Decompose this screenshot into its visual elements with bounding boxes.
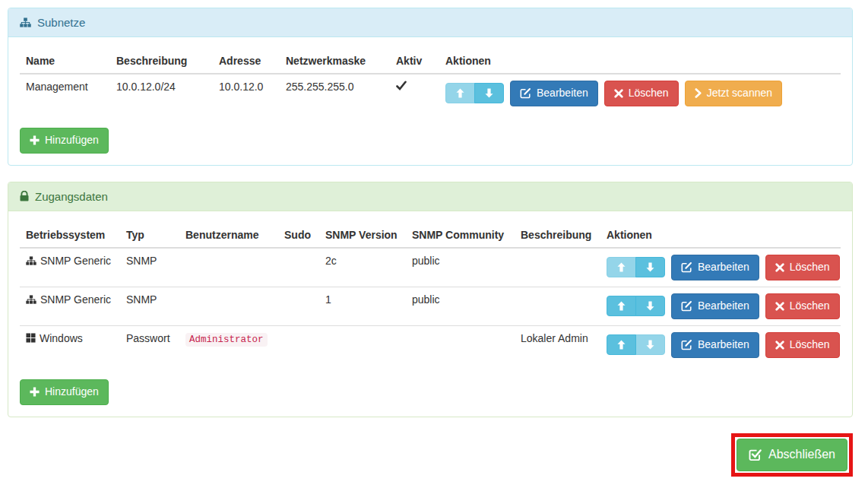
credential-snmp-community-cell: public: [406, 248, 515, 287]
credential-description-cell: [515, 287, 600, 325]
credential-edit-label: Bearbeiten: [698, 299, 749, 314]
credential-delete-button[interactable]: Löschen: [765, 255, 840, 280]
windows-icon: [26, 333, 36, 345]
credential-move-down-button[interactable]: [635, 257, 665, 277]
subnet-move-down-button[interactable]: [474, 83, 504, 103]
highlight-box: Abschließen: [731, 433, 853, 477]
credential-add-button[interactable]: Hinzufügen: [20, 379, 109, 405]
subnet-add-label: Hinzufügen: [45, 133, 99, 148]
credentials-col-username: Benutzername: [179, 223, 278, 248]
subnets-col-address: Adresse: [213, 49, 280, 74]
subnets-col-active: Aktiv: [390, 49, 439, 74]
credential-snmp-version-cell: [319, 325, 406, 363]
sitemap-icon: [26, 294, 36, 306]
subnets-panel-body: Name Beschreibung Adresse Netzwerkmaske …: [8, 37, 852, 165]
arrow-down-icon: [485, 88, 493, 98]
credential-move-up-button[interactable]: [607, 334, 636, 355]
credentials-panel: Zugangsdaten Betriebssystem Typ Benutzer…: [8, 182, 853, 417]
edit-square-icon: [681, 261, 692, 273]
credential-delete-label: Löschen: [790, 260, 830, 275]
arrow-down-icon: [646, 340, 654, 350]
credential-os-label: Windows: [40, 332, 83, 344]
subnet-delete-button[interactable]: Löschen: [604, 81, 679, 106]
credential-edit-label: Bearbeiten: [698, 260, 749, 275]
sitemap-icon: [26, 255, 36, 268]
credential-snmp-community-cell: public: [406, 287, 515, 325]
credential-edit-label: Bearbeiten: [698, 337, 749, 353]
x-icon: [614, 89, 623, 98]
credential-description-cell: Lokaler Admin: [515, 325, 600, 363]
credential-delete-button[interactable]: Löschen: [765, 293, 840, 319]
credential-description-cell: [515, 248, 600, 287]
credential-move-up-button[interactable]: [607, 296, 636, 316]
subnets-col-name: Name: [20, 49, 110, 74]
credentials-col-sudo: Sudo: [278, 223, 319, 248]
finish-button[interactable]: Abschließen: [737, 439, 847, 471]
subnet-description-cell: 10.0.12.0/24: [110, 74, 213, 112]
arrow-up-icon: [617, 262, 626, 272]
credentials-table: Betriebssystem Typ Benutzername Sudo SNM…: [20, 223, 841, 364]
subnet-active-cell: [390, 74, 439, 112]
credential-move-down-button[interactable]: [635, 334, 665, 355]
subnet-name-cell: Management: [20, 74, 110, 112]
subnet-add-button[interactable]: Hinzufügen: [20, 128, 109, 154]
credential-move-down-button[interactable]: [635, 296, 665, 316]
page-container: Subnetze Name Beschreibung Adresse Netzw…: [0, 0, 860, 484]
credentials-panel-title: Zugangsdaten: [35, 190, 108, 203]
credentials-col-os: Betriebssystem: [20, 223, 120, 248]
plus-icon: [30, 135, 40, 145]
credential-username-cell: [179, 248, 278, 287]
credential-edit-button[interactable]: Bearbeiten: [671, 332, 759, 358]
credential-row: SNMP Generic SNMP 2c public: [20, 248, 841, 287]
x-icon: [775, 263, 784, 272]
chevron-right-icon: [695, 88, 702, 98]
subnet-move-group: [445, 83, 504, 103]
credential-os-cell: SNMP Generic: [20, 287, 120, 325]
credential-username-cell: Administrator: [179, 325, 278, 363]
credential-os-label: SNMP Generic: [40, 293, 111, 306]
arrow-down-icon: [646, 301, 654, 311]
arrow-down-icon: [646, 262, 654, 272]
credential-edit-button[interactable]: Bearbeiten: [671, 293, 759, 319]
subnets-col-actions: Aktionen: [439, 49, 841, 74]
edit-square-icon: [681, 300, 692, 312]
arrow-up-icon: [617, 301, 626, 311]
subnets-table: Name Beschreibung Adresse Netzwerkmaske …: [20, 49, 841, 112]
subnet-delete-label: Löschen: [629, 86, 669, 101]
subnet-edit-button[interactable]: Bearbeiten: [510, 81, 598, 106]
credentials-col-description: Beschreibung: [515, 223, 600, 248]
credential-type-cell: SNMP: [120, 287, 179, 325]
credential-add-label: Hinzufügen: [45, 385, 99, 400]
credential-username-cell: [179, 287, 278, 325]
credential-sudo-cell: [278, 325, 319, 363]
credentials-col-type: Typ: [120, 223, 179, 248]
credential-delete-label: Löschen: [790, 299, 830, 314]
credentials-col-snmp-community: SNMP Community: [406, 223, 515, 248]
finish-row: Abschließen: [8, 433, 853, 477]
credential-move-group: [607, 257, 665, 277]
subnet-move-up-button[interactable]: [445, 83, 475, 103]
lock-icon: [20, 191, 29, 201]
credential-move-up-button[interactable]: [607, 257, 636, 277]
credential-snmp-version-cell: 1: [319, 287, 406, 325]
subnet-netmask-cell: 255.255.255.0: [280, 74, 390, 112]
x-icon: [775, 341, 784, 350]
username-code: Administrator: [185, 333, 268, 347]
edit-square-icon: [681, 339, 692, 350]
subnets-col-description: Beschreibung: [110, 49, 213, 74]
subnet-scan-label: Jetzt scannen: [707, 86, 772, 101]
credential-actions-cell: Bearbeiten Löschen: [600, 248, 841, 287]
credential-move-group: [607, 334, 665, 355]
subnets-col-netmask: Netzwerkmaske: [280, 49, 390, 74]
credential-actions-cell: Bearbeiten Löschen: [600, 287, 841, 325]
credential-os-cell: Windows: [20, 325, 120, 363]
credential-sudo-cell: [278, 248, 319, 287]
subnet-address-cell: 10.0.12.0: [213, 74, 280, 112]
subnet-scan-button[interactable]: Jetzt scannen: [685, 81, 782, 106]
plus-icon: [30, 387, 40, 397]
credential-snmp-community-cell: [406, 325, 515, 363]
credentials-panel-body: Betriebssystem Typ Benutzername Sudo SNM…: [8, 211, 852, 417]
credential-delete-button[interactable]: Löschen: [765, 332, 840, 358]
credential-delete-label: Löschen: [790, 337, 830, 353]
credential-edit-button[interactable]: Bearbeiten: [671, 255, 759, 280]
